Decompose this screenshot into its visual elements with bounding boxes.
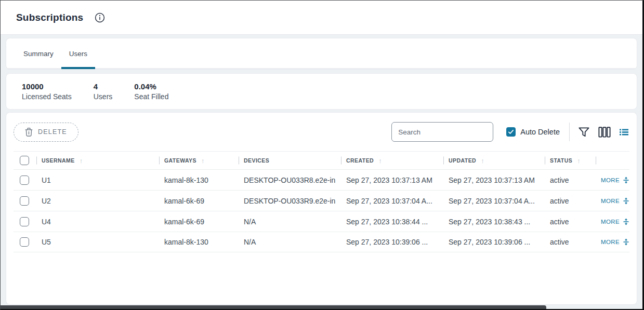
cell-devices: DESKTOP-OU033R9.e2e-in — [239, 197, 341, 205]
sort-ascending-icon: ↑ — [201, 157, 205, 165]
tab-bar: Summary Users — [6, 38, 637, 69]
page-title: Subscriptions — [16, 12, 83, 23]
stats-row: 10000 Licensed Seats 4 Users 0.04% Seat … — [6, 74, 637, 109]
table-row[interactable]: U1 kamal-8k-130 DESKTOP-OU033R8.e2e-in S… — [14, 169, 629, 190]
stat-seat-filled: 0.04% Seat Filled — [134, 82, 168, 101]
row-select-cell — [14, 196, 36, 206]
column-header-created[interactable]: CREATED↑ — [341, 157, 443, 165]
tab-users[interactable]: Users — [61, 38, 95, 69]
cell-created: Sep 27, 2023 10:38:44 ... — [341, 218, 443, 226]
row-select-cell — [14, 217, 36, 226]
cell-updated: Sep 27, 2023 10:37:13 AM — [443, 176, 545, 184]
table-toolbar: DELETE Auto Delete — [6, 113, 637, 151]
sort-ascending-icon: ↑ — [577, 157, 581, 165]
more-button[interactable]: MORE — [601, 238, 629, 246]
column-header-gateways[interactable]: GATEWAYS↑ — [159, 157, 239, 165]
column-header-username[interactable]: USERNAME↑ — [36, 157, 159, 165]
list-view-icon[interactable] — [620, 129, 628, 136]
split-row-icon — [623, 197, 629, 205]
more-button[interactable]: MORE — [601, 218, 629, 225]
cell-devices: N/A — [239, 238, 341, 246]
cell-status: active — [545, 218, 596, 226]
cell-status: active — [545, 197, 596, 205]
sort-ascending-icon: ↑ — [481, 157, 484, 165]
delete-button[interactable]: DELETE — [14, 123, 78, 142]
more-button[interactable]: MORE — [601, 177, 629, 184]
table-row[interactable]: U2 kamal-6k-69 DESKTOP-OU033R9.e2e-in Se… — [14, 190, 629, 211]
auto-delete-toggle[interactable]: Auto Delete — [506, 127, 560, 137]
sort-ascending-icon: ↑ — [80, 157, 83, 165]
table-body: U1 kamal-8k-130 DESKTOP-OU033R8.e2e-in S… — [14, 169, 629, 252]
cell-devices: DESKTOP-OU033R8.e2e-in — [239, 176, 341, 184]
column-header-updated[interactable]: UPDATED↑ — [443, 157, 545, 165]
column-header-devices: DEVICES — [239, 157, 341, 164]
tab-summary[interactable]: Summary — [16, 38, 61, 69]
select-all-checkbox[interactable] — [20, 156, 29, 165]
table-row[interactable]: U5 kamal-8k-130 N/A Sep 27, 2023 10:39:0… — [14, 232, 629, 252]
cell-more: MORE — [596, 218, 630, 225]
select-all-cell — [14, 156, 36, 165]
column-header-status[interactable]: STATUS↑ — [545, 157, 596, 165]
stat-value: 0.04% — [134, 82, 168, 91]
split-row-icon — [623, 218, 629, 225]
tabs-card: Summary Users — [6, 38, 637, 70]
page-header: Subscriptions — [1, 1, 642, 35]
sort-ascending-icon: ↑ — [378, 157, 382, 165]
cell-created: Sep 27, 2023 10:39:06 ... — [341, 238, 443, 246]
more-button-label: MORE — [601, 219, 620, 225]
cell-more: MORE — [596, 177, 630, 184]
app-window: Subscriptions Summary Users 10000 Licens… — [0, 0, 644, 310]
row-checkbox[interactable] — [20, 176, 29, 185]
more-button-label: MORE — [601, 198, 620, 204]
horizontal-scrollbar-thumb[interactable] — [1, 305, 546, 309]
table-card: DELETE Auto Delete — [6, 112, 637, 305]
stat-label: Users — [94, 92, 113, 101]
table-header-row: USERNAME↑GATEWAYS↑DEVICESCREATED↑UPDATED… — [14, 151, 629, 169]
cell-gateways: kamal-6k-69 — [159, 218, 239, 226]
stat-users: 4 Users — [94, 82, 113, 101]
cell-username: U2 — [36, 197, 159, 205]
more-button-label: MORE — [601, 239, 620, 245]
stat-label: Licensed Seats — [22, 92, 72, 101]
auto-delete-checkbox[interactable] — [506, 127, 516, 137]
cell-created: Sep 27, 2023 10:37:04 A... — [341, 197, 443, 205]
cell-devices: N/A — [239, 218, 341, 226]
cell-created: Sep 27, 2023 10:37:13 AM — [341, 176, 443, 184]
cell-gateways: kamal-8k-130 — [159, 238, 239, 246]
cell-username: U4 — [36, 218, 159, 226]
row-checkbox[interactable] — [20, 196, 29, 206]
delete-button-label: DELETE — [38, 128, 67, 136]
filter-icon[interactable] — [579, 127, 589, 137]
row-select-cell — [14, 237, 36, 247]
cell-updated: Sep 27, 2023 10:37:04 A... — [443, 197, 545, 205]
cell-updated: Sep 27, 2023 10:38:43 ... — [443, 218, 545, 226]
more-button[interactable]: MORE — [601, 197, 629, 205]
stat-value: 4 — [94, 82, 113, 91]
cell-gateways: kamal-8k-130 — [159, 176, 239, 184]
stat-licensed-seats: 10000 Licensed Seats — [22, 82, 72, 101]
stats-card: 10000 Licensed Seats 4 Users 0.04% Seat … — [6, 73, 637, 110]
more-button-label: MORE — [601, 177, 620, 183]
tab-summary-label: Summary — [23, 50, 54, 58]
cell-username: U5 — [36, 238, 159, 246]
users-table: USERNAME↑GATEWAYS↑DEVICESCREATED↑UPDATED… — [14, 151, 629, 252]
stat-value: 10000 — [22, 82, 72, 91]
cell-updated: Sep 27, 2023 10:39:06 ... — [443, 238, 545, 246]
cell-more: MORE — [596, 197, 630, 205]
search-input[interactable] — [391, 122, 493, 142]
cell-gateways: kamal-6k-69 — [159, 197, 239, 205]
info-icon[interactable] — [95, 12, 105, 23]
columns-icon[interactable] — [598, 127, 611, 138]
row-checkbox[interactable] — [20, 217, 29, 226]
table-row[interactable]: U4 kamal-6k-69 N/A Sep 27, 2023 10:38:44… — [14, 211, 629, 232]
split-row-icon — [623, 177, 629, 184]
cell-username: U1 — [36, 176, 159, 184]
trash-icon — [25, 128, 33, 137]
row-select-cell — [14, 176, 36, 185]
cell-more: MORE — [596, 238, 630, 246]
tab-users-label: Users — [69, 50, 87, 58]
stat-label: Seat Filled — [134, 92, 168, 101]
cell-status: active — [545, 238, 596, 246]
toolbar-divider — [569, 123, 570, 141]
row-checkbox[interactable] — [20, 237, 29, 247]
